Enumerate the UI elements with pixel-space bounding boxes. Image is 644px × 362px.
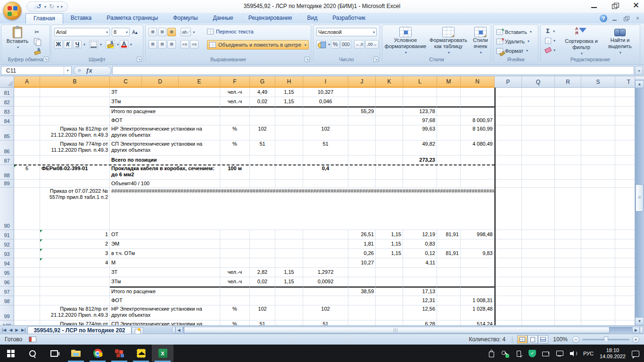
row-header-91[interactable]: 91	[0, 230, 14, 239]
insert-function-button[interactable]: ƒx	[74, 66, 111, 75]
cell[interactable]: 0,046	[303, 97, 348, 107]
font-color-button[interactable]: А	[120, 40, 128, 49]
comma-style-button[interactable]: 000	[340, 40, 351, 49]
cut-button[interactable]: ✂	[33, 28, 41, 36]
paste-button[interactable]: Вставить ▾	[5, 27, 30, 50]
cell[interactable]: 6,28	[403, 321, 437, 325]
vertical-scrollbar[interactable]: ▲ ▼	[635, 76, 644, 325]
cell[interactable]: Прокладка кабеля в коробах, сечением: до…	[110, 165, 220, 180]
start-button[interactable]	[0, 345, 22, 362]
cell[interactable]	[303, 249, 348, 258]
cell[interactable]	[250, 287, 275, 296]
cell[interactable]	[303, 107, 348, 116]
cell[interactable]: 4,11	[403, 258, 437, 268]
cell[interactable]	[581, 258, 615, 268]
cell[interactable]	[275, 321, 303, 325]
cell[interactable]	[403, 277, 437, 287]
cell[interactable]: 9,83	[461, 249, 495, 258]
cell[interactable]	[275, 249, 303, 258]
cell[interactable]: Итого по расценке	[110, 287, 220, 296]
cell[interactable]	[555, 156, 581, 165]
cell[interactable]	[461, 180, 495, 188]
cell[interactable]	[275, 156, 303, 165]
cell[interactable]	[40, 107, 110, 116]
row-header-86[interactable]: 86	[0, 140, 14, 156]
cell[interactable]	[14, 249, 40, 258]
cell[interactable]	[437, 258, 461, 268]
scroll-down-button[interactable]: ▼	[635, 317, 644, 325]
find-select-button[interactable]: Найти и выделить ▾	[602, 27, 638, 56]
cell[interactable]	[522, 116, 555, 125]
cell[interactable]	[275, 296, 303, 305]
row-header-97[interactable]: 97	[0, 287, 14, 296]
cell[interactable]	[376, 165, 403, 180]
paste-dropdown[interactable]: ▾	[17, 44, 19, 50]
cell[interactable]: 2,82	[250, 268, 275, 277]
cell[interactable]	[376, 97, 403, 107]
cell[interactable]	[522, 287, 555, 296]
row-header-93[interactable]: 93	[0, 249, 14, 258]
cell[interactable]	[250, 180, 275, 188]
cell[interactable]	[581, 165, 615, 180]
workbook-restore-button[interactable]	[623, 16, 630, 22]
currency-format-button[interactable]	[316, 40, 326, 49]
cell[interactable]	[437, 140, 461, 156]
vertical-scroll-thumb[interactable]	[636, 184, 644, 212]
cell[interactable]: %	[220, 305, 250, 321]
cell[interactable]: 81,91	[437, 230, 461, 239]
column-header-L[interactable]: L	[403, 76, 437, 88]
cell[interactable]: 51	[250, 321, 275, 325]
horizontal-scroll-thumb[interactable]	[184, 327, 610, 333]
restore-button[interactable]	[611, 2, 619, 9]
cell[interactable]	[376, 296, 403, 305]
select-all-corner[interactable]	[0, 76, 14, 88]
cell[interactable]: 102	[250, 125, 275, 140]
cell[interactable]	[522, 321, 555, 325]
format-cells-button[interactable]: Формат▾	[496, 46, 528, 55]
column-header-M[interactable]: M	[437, 76, 461, 88]
cell[interactable]	[495, 88, 522, 97]
cell[interactable]	[555, 88, 581, 97]
conditional-formatting-button[interactable]: Условное форматирование ▾	[385, 27, 426, 56]
scroll-right-button[interactable]: ▶	[632, 327, 640, 333]
cell[interactable]	[555, 165, 581, 180]
cell[interactable]: 1	[40, 230, 110, 239]
cell[interactable]	[275, 116, 303, 125]
thebat-button[interactable]	[130, 345, 152, 362]
cell[interactable]	[522, 156, 555, 165]
help-icon[interactable]: ?	[600, 15, 607, 22]
cell[interactable]: 1,81	[348, 239, 376, 249]
increase-decimal-button[interactable]: ←,0	[354, 40, 365, 49]
clipboard-dialog-launcher[interactable]: ↘	[43, 57, 49, 62]
language-indicator[interactable]: РУС	[583, 351, 594, 356]
cell[interactable]	[555, 125, 581, 140]
cell[interactable]	[220, 230, 250, 239]
cell[interactable]	[522, 258, 555, 268]
cell[interactable]: 0,0092	[303, 277, 348, 287]
cell[interactable]	[376, 88, 403, 97]
cell[interactable]	[348, 140, 376, 156]
cell[interactable]	[220, 239, 250, 249]
cell[interactable]: 10,27	[348, 258, 376, 268]
column-header-Q[interactable]: Q	[522, 76, 555, 88]
cell[interactable]: 102	[303, 125, 348, 140]
cell[interactable]	[461, 239, 495, 249]
cell[interactable]: 1,15	[376, 239, 403, 249]
cell[interactable]: 55,29	[348, 107, 376, 116]
cell[interactable]	[303, 296, 348, 305]
cell[interactable]: Приказ № 774/пр от 11.12.2020 Прил. п.49…	[40, 140, 110, 156]
align-left-button[interactable]: ≡	[149, 40, 157, 49]
cell[interactable]	[40, 287, 110, 296]
cell[interactable]: 273,23	[403, 156, 437, 165]
cell[interactable]	[348, 97, 376, 107]
align-bottom-button[interactable]: ≡	[167, 28, 176, 36]
cell[interactable]	[581, 88, 615, 97]
macro-record-icon[interactable]	[29, 337, 36, 342]
cell[interactable]: 0,12	[403, 249, 437, 258]
cell[interactable]	[495, 188, 522, 230]
cell[interactable]	[581, 239, 615, 249]
cell[interactable]	[303, 156, 348, 165]
cell[interactable]	[495, 258, 522, 268]
password-manager-tray-icon[interactable]	[501, 350, 509, 357]
cell[interactable]	[581, 305, 615, 321]
